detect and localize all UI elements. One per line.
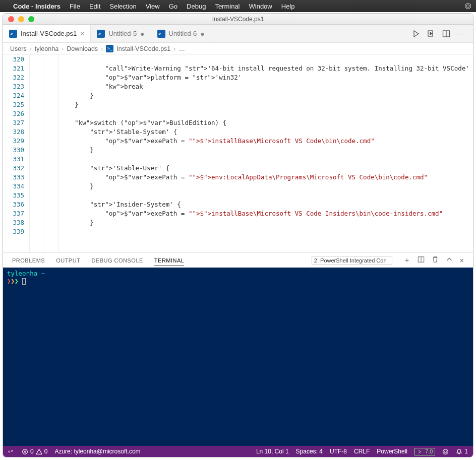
dirty-dot-icon[interactable]: ● (140, 30, 144, 38)
notifications[interactable]: 1 (456, 448, 468, 455)
code-content[interactable]: "call">Write-Warning "str">'64-bit insta… (60, 55, 473, 252)
terminal-user: tyleonha (7, 270, 37, 277)
feedback-icon[interactable] (442, 448, 449, 455)
menubar-go[interactable]: Go (169, 3, 177, 10)
breadcrumb-segment[interactable]: tyleonha (35, 45, 58, 52)
line-number: 330 (3, 146, 24, 155)
line-number: 338 (3, 218, 24, 227)
code-line[interactable]: "kw">break (60, 82, 473, 91)
powershell-file-icon: >_ (9, 30, 17, 38)
split-terminal-icon[interactable] (418, 256, 425, 265)
line-number: 326 (3, 109, 24, 118)
code-line[interactable]: "op">$"var">exePath = "">$">env:LocalApp… (60, 173, 473, 182)
panel-tab-output[interactable]: OUTPUT (56, 257, 80, 264)
line-number: 329 (3, 137, 24, 146)
menubar-window[interactable]: Window (249, 3, 272, 10)
window-titlebar[interactable]: Install-VSCode.ps1 (3, 14, 473, 25)
window-minimize-button[interactable] (18, 16, 24, 22)
indent-guides (29, 55, 60, 252)
new-terminal-icon[interactable]: ＋ (403, 256, 410, 265)
indentation[interactable]: Spaces: 4 (296, 448, 323, 455)
breadcrumb-segment[interactable]: Users (10, 45, 27, 52)
menubar-help[interactable]: Help (281, 3, 295, 10)
menubar-view[interactable]: View (146, 3, 160, 10)
panel-tab-terminal[interactable]: TERMINAL (154, 257, 185, 266)
terminal-cursor (22, 278, 26, 285)
run-selection-icon[interactable] (427, 30, 435, 38)
remote-indicator[interactable] (8, 448, 15, 455)
panel-tab-debug-console[interactable]: DEBUG CONSOLE (91, 257, 143, 264)
terminal-selector[interactable]: 2: PowerShell Integrated Con (312, 256, 392, 265)
line-number: 331 (3, 155, 24, 164)
problems-counter[interactable]: 0 0 (22, 448, 47, 455)
window-close-button[interactable] (8, 16, 14, 22)
tab-install-vscode[interactable]: >_ Install-VSCode.ps1 × (3, 25, 91, 42)
code-line[interactable] (60, 191, 473, 200)
powershell-extension-version[interactable]: 7.0 (414, 448, 435, 455)
window-fullscreen-button[interactable] (28, 16, 34, 22)
tab-untitled-5[interactable]: >_ Untitled-5 ● (91, 25, 151, 42)
run-icon[interactable] (412, 30, 420, 38)
code-line[interactable] (60, 227, 473, 236)
eol[interactable]: CRLF (354, 448, 370, 455)
breadcrumb[interactable]: Users› tyleonha› Downloads› >_ Install-V… (3, 43, 473, 55)
code-line[interactable]: "op">$"var">exePath = "">$">installBase\… (60, 209, 473, 218)
terminal-cwd: ~ (41, 270, 45, 277)
language-mode[interactable]: PowerShell (377, 448, 407, 455)
line-number: 324 (3, 91, 24, 100)
menubar-debug[interactable]: Debug (187, 3, 206, 10)
powershell-file-icon: >_ (97, 30, 105, 38)
encoding[interactable]: UTF-8 (330, 448, 347, 455)
code-line[interactable] (60, 109, 473, 118)
integrated-terminal[interactable]: tyleonha ~ ❯❯❯ (3, 268, 473, 446)
code-line[interactable]: } (60, 100, 473, 109)
maximize-panel-icon[interactable] (446, 256, 453, 265)
panel-tab-problems[interactable]: PROBLEMS (12, 257, 45, 264)
powershell-file-icon: >_ (106, 45, 113, 52)
close-icon[interactable]: × (80, 30, 84, 38)
cursor-position[interactable]: Ln 10, Col 1 (256, 448, 289, 455)
line-number: 328 (3, 127, 24, 137)
menubar-app-name[interactable]: Code - Insiders (13, 3, 61, 10)
code-line[interactable]: "str">'Stable-User' { (60, 164, 473, 173)
line-number: 325 (3, 100, 24, 109)
dirty-dot-icon[interactable]: ● (200, 30, 204, 38)
close-panel-icon[interactable]: × (460, 256, 464, 265)
mac-menubar: Code - Insiders File Edit Selection View… (0, 0, 476, 12)
menubar-selection[interactable]: Selection (109, 3, 136, 10)
code-line[interactable]: "call">Write-Warning "str">'64-bit insta… (60, 64, 473, 73)
code-line[interactable]: } (60, 218, 473, 227)
menubar-tray-icon[interactable] (464, 2, 472, 10)
code-line[interactable] (60, 55, 473, 64)
split-editor-icon[interactable] (442, 30, 450, 38)
line-number: 322 (3, 73, 24, 82)
warning-count: 0 (44, 448, 48, 455)
code-line[interactable] (60, 155, 473, 164)
editor-tabs: >_ Install-VSCode.ps1 × >_ Untitled-5 ● … (3, 25, 473, 43)
prompt-chevrons-icon: ❯❯❯ (7, 277, 19, 285)
more-actions-icon[interactable]: ··· (457, 30, 466, 37)
line-number: 339 (3, 227, 24, 236)
code-line[interactable]: "op">$"var">platform = "str">'win32' (60, 73, 473, 82)
code-line[interactable]: } (60, 91, 473, 100)
breadcrumb-trailing[interactable]: … (178, 45, 185, 52)
breadcrumb-file[interactable]: Install-VSCode.ps1 (116, 45, 170, 52)
line-number: 320 (3, 55, 24, 64)
line-number-gutter: 3203213223233243253263273283293303313323… (3, 55, 29, 252)
code-line[interactable]: } (60, 182, 473, 191)
menubar-edit[interactable]: Edit (89, 3, 100, 10)
code-line[interactable]: "str">'Insider-System' { (60, 200, 473, 209)
notification-count: 1 (464, 448, 468, 455)
code-editor[interactable]: 3203213223233243253263273283293303313323… (3, 55, 473, 252)
menubar-file[interactable]: File (70, 3, 80, 10)
tab-untitled-6[interactable]: >_ Untitled-6 ● (151, 25, 211, 42)
kill-terminal-icon[interactable] (432, 256, 439, 265)
code-line[interactable]: "str">'Stable-System' { (60, 127, 473, 137)
breadcrumb-segment[interactable]: Downloads (67, 45, 98, 52)
code-line[interactable]: "op">$"var">exePath = "">$">installBase\… (60, 137, 473, 146)
status-bar: 0 0 Azure: tyleonha@microsoft.com Ln 10,… (3, 446, 473, 457)
menubar-terminal[interactable]: Terminal (215, 3, 240, 10)
azure-account[interactable]: Azure: tyleonha@microsoft.com (54, 448, 140, 455)
code-line[interactable]: } (60, 146, 473, 155)
code-line[interactable]: "kw">switch ("op">$"var">BuildEdition) { (60, 118, 473, 127)
